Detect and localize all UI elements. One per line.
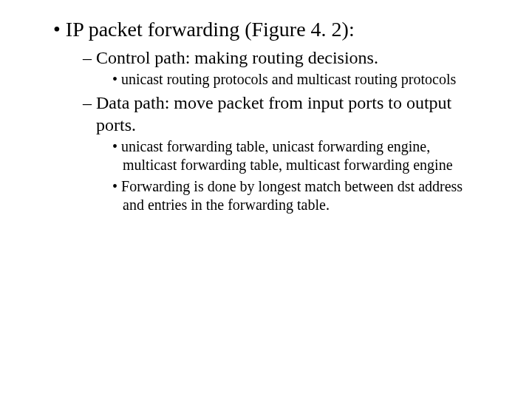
bullet-level2: Control path: making routing decisions. [83,47,485,69]
bullet-level1: IP packet forwarding (Figure 4. 2): [53,16,488,42]
bullet-level3: Forwarding is done by longest match betw… [112,177,479,214]
bullet-level2: Data path: move packet from input ports … [83,92,485,136]
bullet-level3: unicast routing protocols and multicast … [112,70,479,89]
bullet-level3: unicast forwarding table, unicast forwar… [112,137,479,174]
slide: IP packet forwarding (Figure 4. 2): Cont… [0,0,532,399]
